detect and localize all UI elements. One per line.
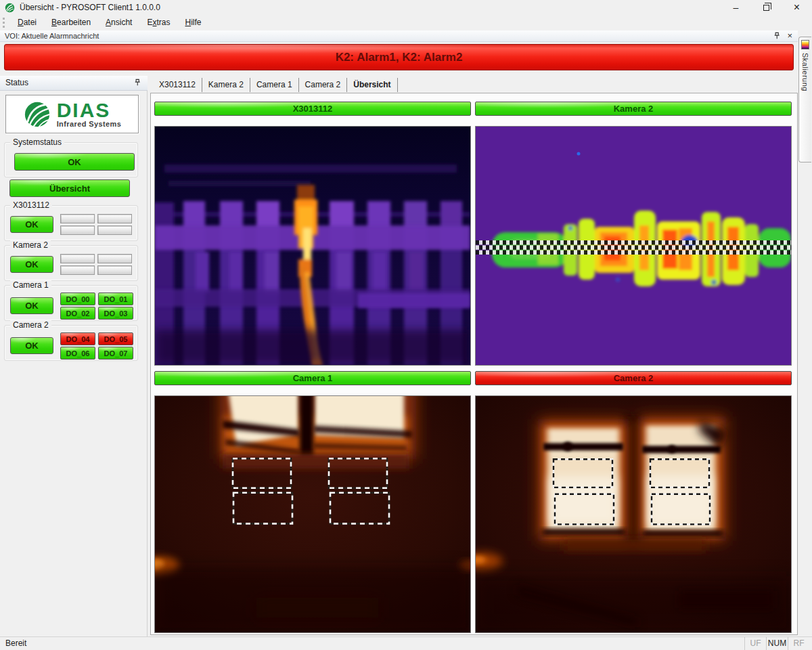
x3013112-ok-button[interactable]: OK <box>10 216 53 233</box>
measurement-line-band <box>476 240 791 255</box>
camera-status-header[interactable]: Camera 1 <box>154 371 471 385</box>
output-indicator <box>60 214 95 223</box>
close-button[interactable]: × <box>782 0 812 15</box>
do-01-button[interactable]: DO_01 <box>98 292 133 305</box>
camera-status-header[interactable]: X3013112 <box>154 102 471 116</box>
group-camera1: Camera 1 OK DO_00 DO_01 DO_02 DO_03 <box>4 285 138 321</box>
indicator-rf: RF <box>788 637 809 650</box>
view-tabstrip: X3013112 Kamera 2 Camera 1 Camera 2 Über… <box>153 77 398 92</box>
restore-icon <box>763 5 769 11</box>
alarm-panel: VOI: Aktuelle Alarmnachricht × K2: Alarm… <box>0 30 798 74</box>
thermal-image-camera2[interactable] <box>475 395 792 633</box>
pyrosoft-window: Übersicht - PYROSOFT Client1 1.0.0.0 – ×… <box>0 0 812 650</box>
alarm-panel-title: VOI: Aktuelle Alarmnachricht <box>5 32 99 40</box>
menu-bar: Datei Bearbeiten Ansicht Extras Hilfe <box>0 15 812 30</box>
window-title: Übersicht - PYROSOFT Client1 1.0.0.0 <box>20 3 160 12</box>
thermal-image-kamera2[interactable] <box>475 126 792 366</box>
group-kamera2: Kamera 2 OK <box>4 245 138 281</box>
menu-hilfe[interactable]: Hilfe <box>178 16 209 29</box>
do-05-button[interactable]: DO_05 <box>98 332 133 345</box>
status-bar: Bereit UF NUM RF <box>0 636 812 650</box>
camera-status-header[interactable]: Kamera 2 <box>475 102 792 116</box>
output-indicator <box>97 265 132 275</box>
sidebar-header: Status <box>0 76 148 91</box>
thermal-image-camera1[interactable] <box>154 395 471 633</box>
do-04-button[interactable]: DO_04 <box>60 332 95 345</box>
tab-uebersicht[interactable]: Übersicht <box>347 78 397 92</box>
output-indicator <box>97 254 132 263</box>
do-03-button[interactable]: DO_03 <box>98 307 133 320</box>
tab-skalierung[interactable]: Skalierung <box>798 37 811 162</box>
kamera2-ok-button[interactable]: OK <box>10 256 53 273</box>
do-07-button[interactable]: DO_07 <box>98 347 133 360</box>
indicator-uf: UF <box>744 637 766 650</box>
group-label: Camera 2 <box>10 320 51 330</box>
sidebar-title: Status <box>5 78 28 87</box>
brand-subtitle: Infrared Systems <box>57 120 122 128</box>
status-ready: Bereit <box>5 638 26 648</box>
pin-icon[interactable] <box>133 79 141 87</box>
title-bar: Übersicht - PYROSOFT Client1 1.0.0.0 – × <box>0 0 812 15</box>
group-label: Kamera 2 <box>10 240 51 250</box>
menu-bearbeiten[interactable]: Bearbeiten <box>44 16 98 29</box>
do-02-button[interactable]: DO_02 <box>60 307 95 320</box>
camera1-ok-button[interactable]: OK <box>10 297 53 314</box>
camera-alarm-header[interactable]: Camera 2 <box>475 371 792 385</box>
thermal-image-x3013112[interactable] <box>154 126 471 366</box>
minimize-button[interactable]: – <box>721 0 751 15</box>
output-indicator <box>60 225 95 235</box>
systemstatus-ok-button[interactable]: OK <box>14 153 135 171</box>
uebersicht-button[interactable]: Übersicht <box>9 179 130 197</box>
group-camera2: Camera 2 OK DO_04 DO_05 DO_06 DO_07 <box>4 325 138 361</box>
output-indicator <box>60 254 95 263</box>
thermal-scene-window1 <box>155 396 470 632</box>
restore-button[interactable] <box>751 0 782 15</box>
output-indicator <box>60 265 95 275</box>
menu-extras[interactable]: Extras <box>139 16 177 29</box>
group-label: Systemstatus <box>10 137 64 147</box>
app-icon <box>5 3 15 13</box>
tab-kamera2[interactable]: Kamera 2 <box>202 78 250 92</box>
do-06-button[interactable]: DO_06 <box>60 347 95 360</box>
indicator-num: NUM <box>766 637 788 650</box>
menu-ansicht[interactable]: Ansicht <box>98 16 139 29</box>
pin-icon[interactable] <box>773 32 780 40</box>
thermal-scene-crankshaft <box>476 127 791 365</box>
group-systemstatus: Systemstatus OK <box>4 142 138 177</box>
toolbar-grip <box>3 18 5 28</box>
tab-camera1[interactable]: Camera 1 <box>250 78 299 92</box>
overview-view: X3013112 <box>150 93 798 635</box>
camera2-ok-button[interactable]: OK <box>10 337 53 354</box>
output-indicator <box>97 225 132 235</box>
status-sidebar: Status DIAS Infrared Systems Systemstatu… <box>0 76 148 636</box>
tab-camera2[interactable]: Camera 2 <box>299 78 348 92</box>
output-indicator <box>97 214 132 223</box>
tab-x3013112[interactable]: X3013112 <box>153 78 202 92</box>
dias-logo-icon <box>23 100 51 129</box>
group-x3013112: X3013112 OK <box>4 205 138 241</box>
color-scale-icon <box>801 40 809 49</box>
brand-name: DIAS <box>57 101 122 120</box>
group-label: Camera 1 <box>10 280 51 290</box>
thermal-scene-busbars <box>155 127 470 365</box>
alarm-panel-header: VOI: Aktuelle Alarmnachricht × <box>0 30 798 42</box>
alarm-message: K2: Alarm1, K2: Alarm2 <box>336 51 463 64</box>
group-label: X3013112 <box>10 200 52 210</box>
do-00-button[interactable]: DO_00 <box>60 292 95 305</box>
dias-logo: DIAS Infrared Systems <box>5 95 139 133</box>
alarm-banner[interactable]: K2: Alarm1, K2: Alarm2 <box>4 44 794 70</box>
skalierung-label: Skalierung <box>801 53 809 91</box>
menu-datei[interactable]: Datei <box>10 16 44 29</box>
close-panel-icon[interactable]: × <box>787 31 792 40</box>
thermal-scene-window2 <box>476 396 791 632</box>
